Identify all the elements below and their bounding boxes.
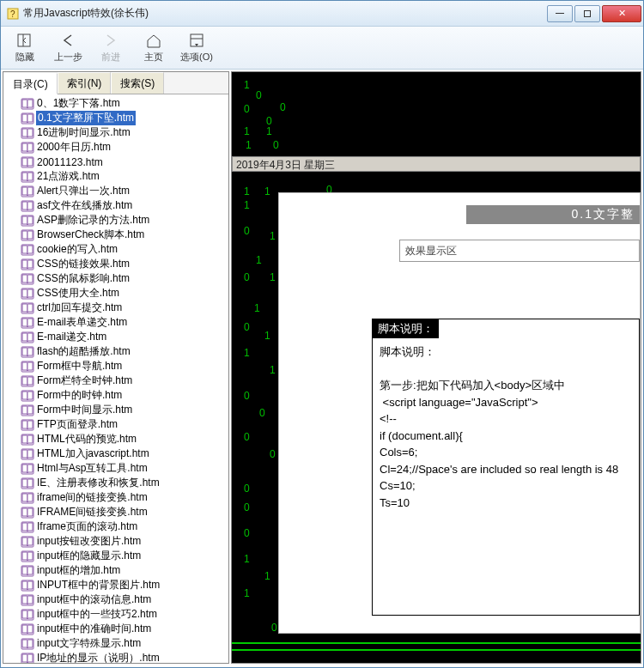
book-icon [21,185,34,197]
book-icon [21,507,34,519]
book-icon [21,171,34,183]
titlebar: ? 常用Javascript特效(徐长伟) ✕ [1,1,643,27]
back-button[interactable]: 上一步 [47,29,88,67]
tree-item-label: 0、1数字下落.htm [36,96,121,111]
book-icon [21,346,34,358]
tree-item[interactable]: IE、注册表修改和恢复.htm [3,476,228,490]
book-icon [21,229,34,241]
tree-item[interactable]: 21点游戏.htm [3,169,228,184]
book-icon [21,390,34,402]
tree-item[interactable]: input框中的一些技巧2.htm [3,607,228,622]
book-icon [21,623,34,635]
close-button[interactable]: ✕ [602,5,641,22]
tree-item[interactable]: Html与Asp互转工具.htm [3,461,228,476]
tree-item-label: flash的超酷播放.htm [36,344,131,359]
tree-item-label: Iframe页面的滚动.htm [36,519,138,534]
tree-item[interactable]: Alert只弹出一次.htm [3,184,228,198]
tree-scroll[interactable]: 0、1数字下落.htm0.1文字整屏下坠.htm16进制时间显示.htm2000… [3,94,228,663]
book-icon [21,404,34,416]
tree-item[interactable]: BrowserCheck脚本.htm [3,228,228,242]
script-box: 脚本说明： 脚本说明： 第一步:把如下代码加入<body>区域中 <script… [372,319,640,616]
tree-item-label: CSS的鼠标影响.htm [36,271,131,286]
book-icon [21,244,34,256]
tree-item-label: input文字特殊显示.htm [36,636,142,651]
tree-item[interactable]: FTP页面登录.htm [3,417,228,432]
book-icon [21,142,34,154]
tree-item[interactable]: input文字特殊显示.htm [3,636,228,651]
tree-item-label: input框的增加.htm [36,563,121,578]
forward-icon [102,32,119,49]
tree-item-label: CSS的链接效果.htm [36,257,131,271]
tree-item[interactable]: input框的隐藏显示.htm [3,549,228,563]
tree-item-label: E-mail表单递交.htm [36,315,128,330]
tree-item[interactable]: IFRAME间链接变换.htm [3,505,228,519]
options-button[interactable]: 选项(O) [176,29,217,67]
book-icon [21,288,34,300]
back-icon [59,32,76,49]
tree-item[interactable]: E-mail递交.htm [3,330,228,344]
tree-item-label: 2000年日历.htm [36,140,112,155]
green-line [232,649,641,651]
tree-item[interactable]: 0、1数字下落.htm [3,96,228,111]
tree-item-label: input框中的滚动信息.htm [36,592,152,607]
minimize-button[interactable] [547,5,573,22]
demo-panel: 0.1文字整 效果显示区 脚本说明： 脚本说明： 第一步:把如下代码加入<bod… [278,192,641,634]
tree-item[interactable]: 0.1文字整屏下坠.htm [3,111,228,125]
book-icon [21,302,34,314]
tree-item[interactable]: flash的超酷播放.htm [3,344,228,359]
tree-item[interactable]: cookie的写入.htm [3,242,228,257]
tree-item[interactable]: Iframe页面的滚动.htm [3,519,228,534]
tree-item[interactable]: INPUT框中的背景图片.htm [3,578,228,592]
tree-item[interactable]: input框中的滚动信息.htm [3,592,228,607]
tree-item[interactable]: CSS的链接效果.htm [3,257,228,271]
tree-item[interactable]: Form中时间显示.htm [3,403,228,417]
book-icon [21,463,34,475]
tree-item[interactable]: input按钮改变图片.htm [3,534,228,549]
tree-item[interactable]: ASP删除记录的方法.htm [3,213,228,228]
tree-item-label: ASP删除记录的方法.htm [36,213,150,228]
tree-item-label: 21点游戏.htm [36,169,100,184]
maximize-button[interactable] [574,5,600,22]
tree-item[interactable]: IP地址的显示（说明）.htm [3,651,228,663]
svg-text:?: ? [10,9,15,19]
book-icon [21,375,34,387]
home-button[interactable]: 主页 [133,29,174,67]
tree-item[interactable]: 20011123.htm [3,155,228,169]
tree-item[interactable]: HTML加入javascript.htm [3,446,228,461]
tree-item[interactable]: HTML代码的预览.htm [3,432,228,446]
tree-item[interactable]: asf文件在线播放.htm [3,198,228,213]
tree-item[interactable]: CSS使用大全.htm [3,286,228,301]
tab-contents[interactable]: 目录(C) [3,73,58,94]
app-icon: ? [6,7,20,21]
book-icon [21,609,34,621]
tree-item[interactable]: Form中的时钟.htm [3,388,228,403]
book-icon [21,215,34,227]
tree-item[interactable]: input框中的准确时间.htm [3,622,228,636]
book-icon [21,127,34,139]
tree-item-label: FTP页面登录.htm [36,417,118,432]
tree-item-label: iframe间的链接变换.htm [36,490,149,505]
window-title: 常用Javascript特效(徐长伟) [23,6,545,21]
tree-item[interactable]: ctrl加回车提交.htm [3,301,228,315]
tree-item[interactable]: 2000年日历.htm [3,140,228,155]
tree-item[interactable]: 16进制时间显示.htm [3,125,228,140]
book-icon [21,317,34,329]
nav-tabs: 目录(C) 索引(N) 搜索(S) [3,72,228,94]
toolbar: 隐藏 上一步 前进 主页 选项(O) [1,27,643,70]
tree-item[interactable]: CSS的鼠标影响.htm [3,271,228,286]
tree-item-label: 16进制时间显示.htm [36,125,131,140]
effect-display-box: 效果显示区 [399,240,640,262]
tree-item[interactable]: iframe间的链接变换.htm [3,490,228,505]
tree-item[interactable]: E-mail表单递交.htm [3,315,228,330]
book-icon [21,653,34,664]
book-icon [21,98,34,110]
date-bar: 2019年4月3日 星期三 [232,156,641,172]
tree-item[interactable]: Form框中导航.htm [3,359,228,373]
hide-button[interactable]: 隐藏 [4,29,46,67]
window-buttons: ✕ [545,5,641,22]
forward-button[interactable]: 前进 [90,29,131,67]
tree-item[interactable]: input框的增加.htm [3,563,228,578]
tree-item[interactable]: Form栏特全时钟.htm [3,373,228,388]
tab-index[interactable]: 索引(N) [58,72,112,94]
tab-search[interactable]: 搜索(S) [111,72,164,94]
